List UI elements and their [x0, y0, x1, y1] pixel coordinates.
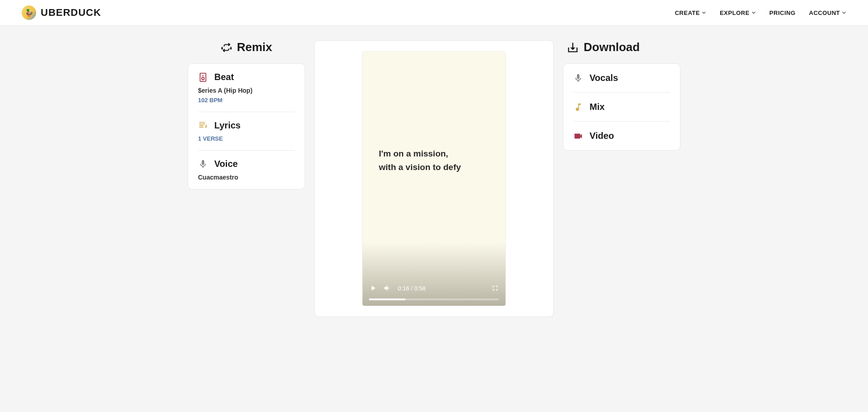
music-note-icon: [573, 102, 583, 112]
download-vocals-label: Vocals: [590, 73, 618, 83]
video-camera-icon: [573, 131, 583, 141]
lyrics-icon: [198, 121, 208, 131]
download-title: Download: [563, 40, 680, 54]
svg-point-1: [203, 75, 204, 76]
microphone-icon: [198, 159, 208, 169]
beat-label: Beat: [214, 72, 234, 82]
download-video-label: Video: [590, 131, 614, 141]
svg-point-2: [202, 77, 204, 80]
controls-row: 0:16 / 0:58: [369, 284, 499, 292]
video-player[interactable]: I'm on a mission, with a vision to defy …: [363, 52, 505, 306]
lyrics-label: Lyrics: [214, 120, 241, 131]
download-video[interactable]: Video: [573, 121, 670, 150]
video-controls: 0:16 / 0:58: [363, 279, 505, 306]
chevron-down-icon: [842, 10, 846, 15]
download-vocals[interactable]: Vocals: [563, 64, 680, 92]
download-mix-label: Mix: [590, 102, 604, 112]
voice-heading: Voice: [198, 159, 295, 169]
fullscreen-icon[interactable]: [491, 284, 499, 292]
video-time: 0:16 / 0:58: [398, 285, 425, 292]
download-mix[interactable]: Mix: [573, 92, 670, 121]
chevron-down-icon: [702, 10, 706, 15]
beat-name: $eries A (Hip Hop): [198, 87, 295, 94]
main-content: Remix Beat $eries A (Hip Hop) 102 BPM: [0, 26, 868, 331]
header: UBERDUCK CREATE EXPLORE PRICING ACCOUNT: [0, 0, 868, 26]
nav-pricing[interactable]: PRICING: [769, 9, 796, 16]
nav-explore-label: EXPLORE: [720, 9, 750, 16]
download-icon: [566, 41, 579, 54]
play-icon[interactable]: [369, 284, 377, 292]
nav-pricing-label: PRICING: [769, 9, 796, 16]
remix-title-text: Remix: [237, 40, 272, 54]
lyrics-line-2: with a vision to defy: [379, 161, 489, 174]
nav-create-label: CREATE: [675, 9, 700, 16]
chevron-down-icon: [751, 10, 756, 15]
beat-bpm[interactable]: 102 BPM: [198, 97, 295, 104]
main-nav: CREATE EXPLORE PRICING ACCOUNT: [675, 9, 846, 16]
nav-account-label: ACCOUNT: [809, 9, 840, 16]
beat-heading: Beat: [198, 72, 295, 82]
download-column: Download Vocals Mix Video: [563, 40, 680, 317]
brand-name: UBERDUCK: [41, 7, 101, 19]
remix-column: Remix Beat $eries A (Hip Hop) 102 BPM: [188, 40, 305, 317]
recycle-icon: [221, 42, 232, 53]
microphone-icon: [573, 73, 583, 83]
lyrics-heading: Lyrics: [198, 120, 295, 131]
progress-bar[interactable]: [369, 298, 499, 300]
volume-icon[interactable]: [383, 284, 392, 292]
logo[interactable]: UBERDUCK: [22, 5, 101, 20]
beat-section[interactable]: Beat $eries A (Hip Hop) 102 BPM: [188, 64, 305, 112]
speaker-icon: [198, 72, 208, 82]
progress-fill: [369, 298, 406, 300]
voice-label: Voice: [214, 159, 238, 169]
lyrics-display: I'm on a mission, with a vision to defy: [363, 147, 505, 175]
nav-account[interactable]: ACCOUNT: [809, 9, 847, 16]
nav-explore[interactable]: EXPLORE: [720, 9, 756, 16]
remix-card: Beat $eries A (Hip Hop) 102 BPM Lyrics 1…: [188, 63, 305, 189]
voice-section[interactable]: Voice Cuacmaestro: [198, 150, 295, 189]
video-column: I'm on a mission, with a vision to defy …: [314, 40, 554, 317]
lyrics-verse-count[interactable]: 1 VERSE: [198, 135, 295, 142]
lyrics-section[interactable]: Lyrics 1 VERSE: [198, 112, 295, 150]
video-container: I'm on a mission, with a vision to defy …: [314, 40, 554, 317]
download-title-text: Download: [584, 40, 640, 54]
remix-title: Remix: [188, 40, 305, 54]
nav-create[interactable]: CREATE: [675, 9, 706, 16]
voice-name: Cuacmaestro: [198, 174, 295, 181]
logo-icon: [22, 5, 36, 20]
download-card: Vocals Mix Video: [563, 63, 680, 151]
lyrics-line-1: I'm on a mission,: [379, 147, 489, 161]
